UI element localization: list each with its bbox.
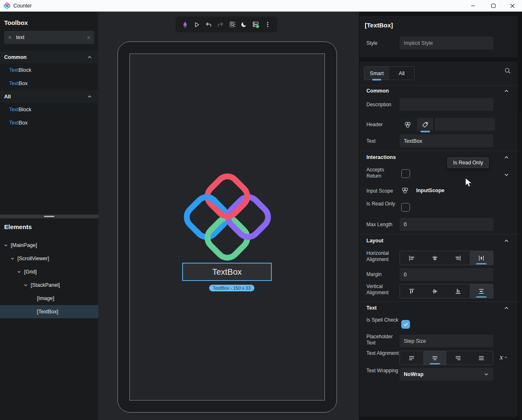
align-center-icon — [432, 255, 438, 261]
clear-search-icon[interactable] — [87, 35, 90, 40]
v-align-bottom-button[interactable] — [446, 284, 470, 298]
chevron-down-icon[interactable] — [17, 269, 22, 274]
toolbox-item-textblock-all[interactable]: TextBlock — [0, 103, 98, 116]
header-literal-button[interactable] — [417, 118, 433, 131]
input-scope-label: Input Scope — [366, 188, 393, 194]
style-input[interactable] — [400, 37, 493, 49]
text-align-justify-button[interactable] — [470, 351, 493, 365]
canvas-textbox-element[interactable]: TextBox — [182, 263, 272, 281]
inspector-header-card: [TextBox] Style — [360, 16, 518, 57]
device-frame: TextBox TextBox - 150 x 33 — [117, 42, 337, 413]
tree-node-stackpanel[interactable]: [StackPanel] — [0, 278, 98, 292]
zoom-selection-icon[interactable] — [227, 20, 237, 29]
inspector-properties-card: Smart All Common Description Header Text — [360, 61, 518, 417]
max-length-input[interactable] — [400, 218, 493, 231]
tab-smart[interactable]: Smart — [364, 67, 389, 80]
text-wrapping-label: Text Wrapping — [366, 368, 400, 374]
redo-icon[interactable] — [215, 20, 225, 29]
app-logo-image[interactable] — [181, 169, 274, 263]
is-spell-check-checkbox[interactable] — [401, 320, 410, 329]
text-alignment-advanced[interactable]: x — [499, 354, 508, 361]
text-align-justify-icon — [478, 355, 485, 361]
theme-moon-icon[interactable] — [239, 20, 249, 29]
chevron-up-icon[interactable] — [503, 305, 510, 311]
text-alignment-label: Text Alignment — [366, 350, 400, 357]
layers-check-icon[interactable] — [251, 20, 261, 29]
section-common-header[interactable]: Common — [366, 88, 389, 94]
tree-node-scrollviewer[interactable]: [ScrollViewer] — [0, 252, 98, 265]
text-align-left-button[interactable] — [400, 351, 423, 365]
more-options-icon[interactable] — [263, 20, 273, 29]
properties-tabs: Smart All — [364, 66, 415, 80]
undo-icon[interactable] — [204, 20, 214, 29]
chevron-down-icon[interactable] — [10, 256, 15, 261]
text-align-center-button[interactable] — [423, 351, 446, 365]
play-icon[interactable] — [192, 20, 202, 29]
maximize-icon — [491, 3, 496, 8]
text-input[interactable] — [400, 134, 493, 147]
minimize-button[interactable] — [463, 0, 483, 12]
horizontal-alignment-group — [400, 251, 493, 265]
accepts-return-label: Accepts Return — [366, 167, 400, 179]
maximize-button[interactable] — [484, 0, 503, 12]
text-align-center-icon — [432, 355, 438, 361]
tree-node-grid[interactable]: [Grid] — [0, 265, 98, 278]
vertical-alignment-label: Vertical Alignment — [366, 283, 400, 296]
panel-scroll-edge — [520, 112, 520, 420]
tab-all[interactable]: All — [389, 67, 414, 80]
chevron-up-icon[interactable] — [503, 154, 510, 161]
toolbox-item-textblock[interactable]: TextBlock — [0, 63, 98, 77]
toolbox-section-all[interactable]: All — [0, 90, 98, 103]
section-text-header[interactable]: Text — [366, 305, 377, 311]
placeholder-text-input[interactable] — [400, 335, 493, 347]
chevron-up-icon[interactable] — [503, 88, 510, 94]
toolbox-title: Toolbox — [4, 19, 28, 26]
text-align-left-icon — [408, 355, 415, 361]
section-interactions-header[interactable]: Interactions — [366, 154, 396, 160]
window-title: Counter — [13, 3, 32, 9]
properties-search-icon[interactable] — [504, 67, 511, 74]
text-align-right-button[interactable] — [446, 351, 470, 365]
placeholder-text-label: Placeholder Text — [366, 334, 403, 346]
vertical-alignment-group — [400, 284, 493, 298]
is-spell-check-label: Is Spell Check — [366, 317, 400, 323]
margin-input[interactable] — [400, 268, 493, 281]
chevron-down-icon[interactable] — [503, 172, 510, 178]
accepts-return-checkbox[interactable] — [401, 169, 410, 178]
chevron-down-icon[interactable] — [23, 283, 28, 288]
v-align-center-button[interactable] — [423, 284, 446, 298]
h-align-stretch-button[interactable] — [470, 251, 493, 265]
header-binding-button[interactable] — [400, 118, 416, 131]
toolbox-search[interactable] — [4, 31, 94, 44]
hot-design-flame-icon[interactable] — [180, 20, 190, 29]
tree-node-mainpage[interactable]: [MainPage] — [0, 239, 98, 252]
tree-node-textbox-selected[interactable]: [TextBox] — [0, 305, 98, 318]
v-align-top-button[interactable] — [400, 284, 423, 298]
toolbox-item-textbox-all[interactable]: TextBox — [0, 116, 98, 129]
chevron-down-icon[interactable] — [3, 243, 8, 248]
h-align-right-button[interactable] — [446, 251, 470, 265]
chevron-up-icon[interactable] — [503, 238, 510, 244]
style-label: Style — [366, 40, 378, 46]
input-scope-value[interactable]: InputScope — [416, 188, 444, 193]
text-align-right-icon — [455, 355, 461, 361]
header-input[interactable] — [435, 118, 495, 131]
splitter-grip[interactable] — [44, 216, 54, 217]
toolbox-search-input[interactable] — [16, 34, 83, 40]
tree-node-image[interactable]: [Image] — [0, 292, 98, 305]
text-wrapping-dropdown[interactable]: NoWrap — [400, 368, 493, 381]
trinity-gem-icon — [401, 187, 409, 194]
toolbox-item-textbox[interactable]: TextBox — [0, 77, 98, 90]
sidebar-splitter[interactable] — [0, 215, 98, 218]
description-input[interactable] — [400, 98, 493, 111]
h-align-left-button[interactable] — [400, 251, 423, 265]
chevron-down-icon — [483, 371, 489, 377]
v-align-stretch-button[interactable] — [470, 284, 493, 298]
section-divider — [360, 85, 518, 85]
h-align-center-button[interactable] — [423, 251, 446, 265]
is-read-only-checkbox[interactable] — [401, 203, 410, 212]
section-layout-header[interactable]: Layout — [366, 238, 383, 244]
toolbox-section-common[interactable]: Common — [0, 51, 98, 63]
is-read-only-tooltip: Is Read Only — [447, 157, 489, 168]
close-button[interactable] — [503, 0, 522, 12]
